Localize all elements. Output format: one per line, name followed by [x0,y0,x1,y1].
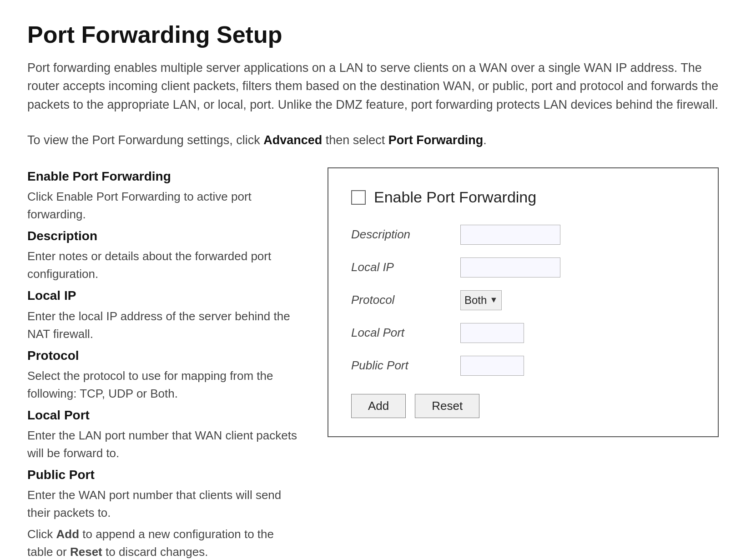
protocol-chevron-icon: ▼ [489,294,498,306]
body-add-reset: Click Add to append a new configuration … [27,525,300,560]
local-ip-input[interactable] [460,257,560,277]
section-local-port: Local Port Enter the LAN port number tha… [27,406,300,462]
description-label: Description [351,226,460,242]
section-public-port: Public Port Enter the WAN port number th… [27,466,300,522]
buttons-row: Add Reset [351,394,695,418]
section-enable-port-forwarding: Enable Port Forwarding Click Enable Port… [27,167,300,223]
body-description: Enter notes or details about the forward… [27,247,300,283]
section-description: Description Enter notes or details about… [27,227,300,283]
protocol-value: Both [464,293,487,308]
section-local-ip: Local IP Enter the local IP address of t… [27,287,300,343]
nav-prefix: To view the Port Forwardung settings, cl… [27,133,263,147]
local-ip-label: Local IP [351,259,460,275]
enable-port-forwarding-checkbox[interactable] [351,190,366,205]
content-layout: Enable Port Forwarding Click Enable Port… [27,167,719,560]
local-port-row: Local Port [351,323,695,343]
section-protocol: Protocol Select the protocol to use for … [27,347,300,403]
body-enable-port-forwarding: Click Enable Port Forwarding to active p… [27,188,300,223]
enable-row: Enable Port Forwarding [351,187,695,208]
local-ip-row: Local IP [351,257,695,277]
body-local-port: Enter the LAN port number that WAN clien… [27,427,300,462]
heading-protocol: Protocol [27,347,300,364]
heading-local-port: Local Port [27,406,300,424]
reset-button[interactable]: Reset [415,394,479,418]
body-local-ip: Enter the local IP address of the server… [27,308,300,343]
body-public-port: Enter the WAN port number that clients w… [27,486,300,522]
add-text-bold: Add [56,527,80,541]
left-column: Enable Port Forwarding Click Enable Port… [27,167,300,560]
section-add-reset: Click Add to append a new configuration … [27,525,300,560]
nav-suffix: . [483,133,487,147]
body-protocol: Select the protocol to use for mapping f… [27,367,300,403]
enable-port-forwarding-label: Enable Port Forwarding [374,187,536,208]
nav-advanced-bold: Advanced [263,133,322,147]
form-panel: Enable Port Forwarding Description Local… [328,167,719,437]
description-input[interactable] [460,225,560,245]
nav-port-forwarding-bold: Port Forwarding [388,133,484,147]
nav-middle: then select [322,133,388,147]
page-title: Port Forwarding Setup [27,18,719,51]
right-column: Enable Port Forwarding Description Local… [328,167,719,437]
heading-local-ip: Local IP [27,287,300,304]
intro-paragraph: Port forwarding enables multiple server … [27,59,719,114]
add-button[interactable]: Add [351,394,406,418]
description-row: Description [351,225,695,245]
heading-description: Description [27,227,300,245]
protocol-row: Protocol Both ▼ [351,290,695,310]
protocol-label: Protocol [351,292,460,308]
nav-instruction: To view the Port Forwardung settings, cl… [27,132,719,149]
public-port-input[interactable] [460,356,524,376]
reset-text-bold: Reset [70,545,102,559]
heading-public-port: Public Port [27,466,300,484]
local-port-input[interactable] [460,323,524,343]
public-port-label: Public Port [351,357,460,373]
protocol-select[interactable]: Both ▼ [460,290,502,310]
local-port-label: Local Port [351,324,460,341]
heading-enable-port-forwarding: Enable Port Forwarding [27,167,300,185]
public-port-row: Public Port [351,356,695,376]
